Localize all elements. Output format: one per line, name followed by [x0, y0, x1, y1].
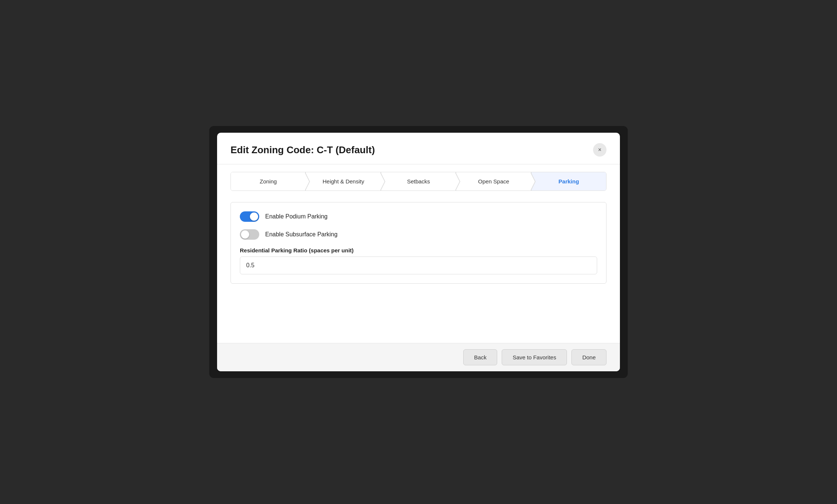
modal-title: Edit Zoning Code: C-T (Default): [231, 144, 375, 156]
parking-ratio-input[interactable]: [240, 256, 597, 274]
done-button[interactable]: Done: [571, 349, 606, 365]
modal-header: Edit Zoning Code: C-T (Default) ×: [217, 133, 620, 164]
subsurface-toggle-slider: [240, 229, 259, 240]
steps-bar: Zoning Height & Density Setbacks Open Sp…: [231, 172, 606, 191]
subsurface-parking-label: Enable Subsurface Parking: [265, 231, 338, 238]
modal-dialog: Edit Zoning Code: C-T (Default) × Zoning…: [217, 133, 620, 371]
step-zoning[interactable]: Zoning: [231, 172, 306, 190]
subsurface-parking-toggle[interactable]: [240, 229, 259, 240]
save-favorites-button[interactable]: Save to Favorites: [502, 349, 567, 365]
podium-parking-row: Enable Podium Parking: [240, 211, 597, 222]
parking-ratio-label: Residential Parking Ratio (spaces per un…: [240, 247, 597, 253]
podium-parking-toggle[interactable]: [240, 211, 259, 222]
close-button[interactable]: ×: [593, 143, 606, 157]
step-setbacks[interactable]: Setbacks: [381, 172, 456, 190]
modal-footer: Back Save to Favorites Done: [217, 343, 620, 371]
podium-parking-label: Enable Podium Parking: [265, 213, 327, 220]
step-parking[interactable]: Parking: [532, 172, 606, 190]
subsurface-parking-row: Enable Subsurface Parking: [240, 229, 597, 240]
modal-wrapper: Edit Zoning Code: C-T (Default) × Zoning…: [209, 126, 628, 378]
step-open-space[interactable]: Open Space: [456, 172, 531, 190]
podium-toggle-slider: [240, 211, 259, 222]
modal-content: Enable Podium Parking Enable Subsurface …: [217, 198, 620, 343]
parking-ratio-group: Residential Parking Ratio (spaces per un…: [240, 247, 597, 274]
step-height-density[interactable]: Height & Density: [306, 172, 381, 190]
back-button[interactable]: Back: [463, 349, 497, 365]
parking-section: Enable Podium Parking Enable Subsurface …: [231, 202, 606, 284]
